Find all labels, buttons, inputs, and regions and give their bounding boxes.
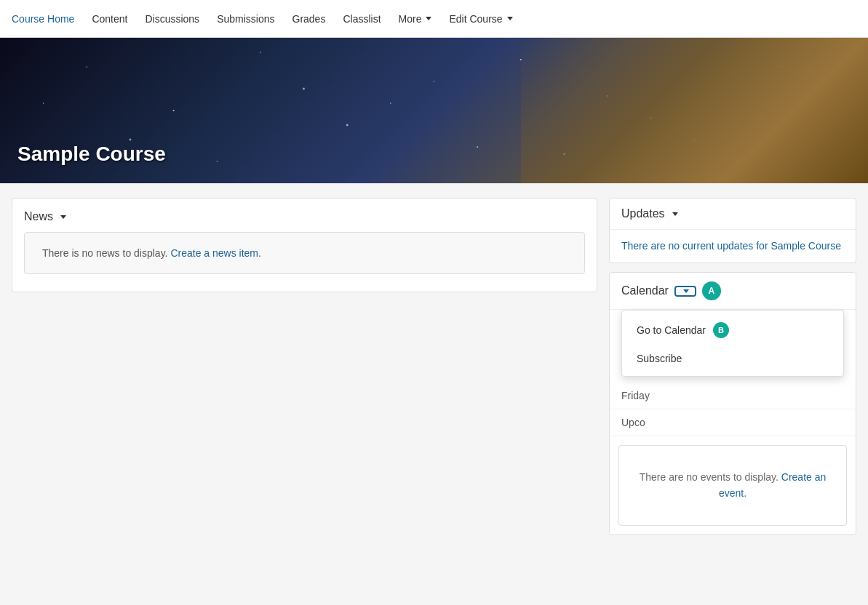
no-events-box: There are no events to display. Create a… [618, 445, 847, 526]
nav-course-home[interactable]: Course Home [12, 10, 74, 28]
left-column: News There is no news to display. Create… [12, 198, 597, 535]
hero-banner: Sample Course [0, 38, 868, 183]
go-to-calendar-item[interactable]: Go to Calendar B [622, 315, 843, 345]
nav-more-dropdown[interactable]: More [399, 13, 432, 25]
subscribe-item[interactable]: Subscribe [622, 345, 843, 372]
create-news-item-link[interactable]: Create a news item. [170, 247, 261, 259]
go-to-calendar-label: Go to Calendar [637, 324, 706, 336]
news-no-content-text: There is no news to display. [42, 247, 168, 259]
chevron-down-icon [507, 17, 513, 20]
news-title: News [24, 210, 53, 223]
news-section: News There is no news to display. Create… [12, 198, 597, 292]
calendar-card: Calendar A Go to Calendar B Subscribe Fr… [609, 272, 856, 535]
right-column: Updates There are no current updates for… [609, 198, 856, 535]
calendar-friday-row: Friday [610, 382, 856, 409]
news-widget: There is no news to display. Create a ne… [24, 232, 585, 274]
updates-chevron-icon [672, 212, 678, 216]
nav-discussions[interactable]: Discussions [145, 10, 199, 28]
hero-nebula-decoration [521, 38, 868, 183]
upcoming-label: Upco [621, 417, 645, 428]
subscribe-label: Subscribe [637, 353, 682, 364]
no-events-text: There are no events to display. [640, 471, 779, 483]
calendar-header: Calendar A [610, 273, 856, 310]
nav-edit-course-label: Edit Course [449, 13, 502, 25]
news-header: News [24, 210, 585, 223]
news-chevron-icon [60, 215, 66, 219]
nav-edit-course-dropdown[interactable]: Edit Course [449, 13, 512, 25]
calendar-dropdown-menu: Go to Calendar B Subscribe [621, 310, 844, 377]
nav-grades[interactable]: Grades [292, 10, 326, 28]
nav-classlist[interactable]: Classlist [343, 10, 381, 28]
top-nav: Course Home Content Discussions Submissi… [0, 0, 868, 38]
chevron-down-icon [426, 17, 431, 20]
updates-title: Updates [621, 207, 665, 220]
nav-submissions[interactable]: Submissions [217, 10, 274, 28]
nav-content[interactable]: Content [92, 10, 127, 28]
hero-title: Sample Course [17, 143, 166, 166]
go-to-calendar-badge: B [713, 322, 729, 338]
calendar-badge-a: A [702, 281, 721, 300]
friday-label: Friday [621, 390, 650, 401]
updates-card: Updates There are no current updates for… [609, 198, 856, 263]
nav-more-label: More [399, 13, 422, 25]
calendar-chevron-icon [683, 289, 689, 293]
main-content: News There is no news to display. Create… [0, 183, 868, 550]
updates-header: Updates [610, 199, 856, 230]
calendar-title: Calendar [621, 284, 669, 297]
updates-message: There are no current updates for Sample … [610, 230, 856, 263]
calendar-upcoming-row: Upco [610, 409, 856, 436]
calendar-dropdown-button[interactable] [674, 286, 696, 297]
